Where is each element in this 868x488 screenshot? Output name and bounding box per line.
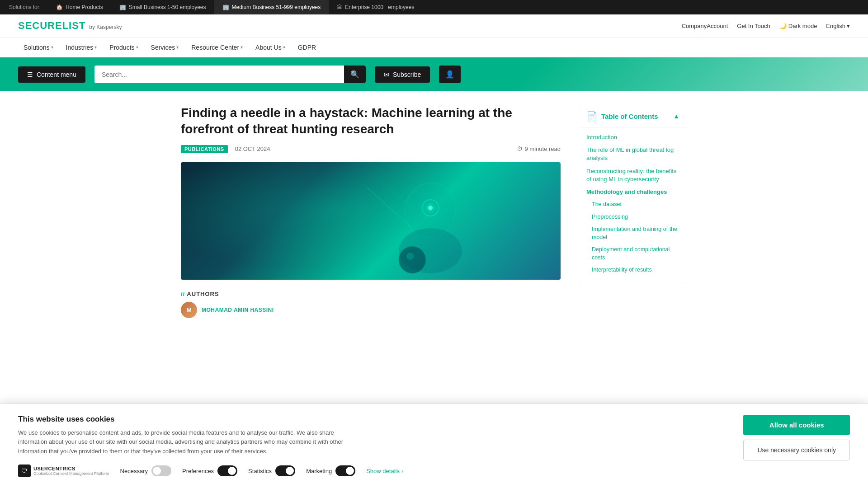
toc-header[interactable]: 📄 Table of Contents ▲ [579, 105, 687, 127]
chevron-services: ▾ [176, 45, 179, 50]
header-right: CompanyAccount Get In Touch 🌙 Dark mode … [682, 23, 850, 29]
logo-area[interactable]: SECURELIST by Kaspersky [18, 20, 122, 32]
topbar-home-products[interactable]: 🏠 Home Products [48, 0, 111, 14]
article-meta: PUBLICATIONS 02 OCT 2024 ⏱ 9 minute read [181, 145, 561, 153]
read-time: ⏱ 9 minute read [517, 145, 561, 152]
sidebar: 📄 Table of Contents ▲ Introduction The r… [579, 105, 687, 318]
building-icon-2: 🏢 [222, 4, 229, 10]
building-icon: 🏢 [119, 4, 126, 10]
header: SECURELIST by Kaspersky CompanyAccount G… [0, 14, 868, 38]
top-bar: Solutions for: 🏠 Home Products 🏢 Small B… [0, 0, 868, 14]
chevron-industries: ▾ [94, 45, 97, 50]
nav-resource-center[interactable]: Resource Center ▾ [186, 38, 248, 57]
user-button[interactable]: 👤 [439, 66, 461, 83]
toc-title-wrapper: 📄 Table of Contents [586, 111, 658, 122]
toc-item-interpretability[interactable]: Interpretability of results [586, 264, 679, 277]
toc-item-dataset[interactable]: The dataset [586, 198, 679, 211]
toc-box: 📄 Table of Contents ▲ Introduction The r… [579, 105, 687, 284]
get-in-touch-link[interactable]: Get In Touch [737, 23, 770, 29]
toc-title: Table of Contents [601, 113, 658, 120]
topbar-enterprise[interactable]: 🏛 Enterprise 1000+ employees [329, 0, 422, 14]
language-button[interactable]: English ▾ [826, 23, 850, 29]
authors-label: // AUTHORS [181, 291, 561, 297]
toc-item-introduction[interactable]: Introduction [586, 131, 679, 144]
content-menu-button[interactable]: ☰ Content menu [18, 66, 85, 83]
chevron-resource: ▾ [241, 45, 243, 50]
moon-icon: 🌙 [779, 23, 787, 29]
logo-text: SECURELIST [18, 20, 85, 32]
chevron-about: ▾ [283, 45, 285, 50]
chevron-solutions: ▾ [51, 45, 53, 50]
authors-section: // AUTHORS M MOHAMAD AMIN HASSINI [181, 291, 561, 318]
toc-icon: 📄 [586, 111, 598, 122]
nav-services[interactable]: Services ▾ [146, 38, 184, 57]
topbar-small-business[interactable]: 🏢 Small Business 1-50 employees [111, 0, 214, 14]
solutions-label: Solutions for: [9, 4, 41, 10]
search-button[interactable]: 🔍 [344, 66, 366, 83]
nav-about-us[interactable]: About Us ▾ [250, 38, 291, 57]
svg-point-10 [406, 253, 414, 260]
author-row: M MOHAMAD AMIN HASSINI [181, 302, 561, 318]
search-icon: 🔍 [350, 70, 359, 78]
nav-industries[interactable]: Industries ▾ [61, 38, 103, 57]
article-title: Finding a needle in a haystack: Machine … [181, 105, 561, 138]
mail-icon: ✉ [384, 71, 389, 78]
toc-item-preprocessing[interactable]: Preprocessing [586, 211, 679, 224]
search-input[interactable] [94, 66, 344, 83]
svg-point-3 [428, 206, 433, 210]
robot-illustration [358, 174, 485, 280]
nav-products[interactable]: Products ▾ [104, 38, 143, 57]
clock-icon: ⏱ [517, 145, 523, 152]
user-icon: 👤 [445, 70, 454, 78]
toc-item-role-ml[interactable]: The role of ML in global threat log anal… [586, 144, 679, 164]
nav-solutions[interactable]: Solutions ▾ [18, 38, 59, 57]
menu-icon: ☰ [27, 71, 33, 78]
article-date: 02 OCT 2024 [235, 145, 270, 152]
topbar-medium-business[interactable]: 🏢 Medium Business 51-999 employees [214, 0, 329, 14]
author-avatar: M [181, 302, 197, 318]
toc-item-methodology[interactable]: Methodology and challenges [586, 186, 679, 198]
company-account-link[interactable]: CompanyAccount [682, 23, 728, 29]
toc-chevron-icon: ▲ [673, 113, 679, 120]
svg-point-9 [399, 246, 426, 273]
logo-sub: by Kaspersky [89, 24, 122, 30]
dark-mode-button[interactable]: 🌙 Dark mode [779, 23, 817, 29]
article-image [181, 162, 561, 280]
search-wrapper: 🔍 [94, 66, 366, 83]
main-content: Finding a needle in a haystack: Machine … [163, 91, 705, 332]
toc-item-deployment[interactable]: Deployment and computational costs [586, 244, 679, 264]
main-nav: Solutions ▾ Industries ▾ Products ▾ Serv… [0, 38, 868, 57]
chevron-down-icon: ▾ [847, 23, 850, 29]
toc-item-reconstructing[interactable]: Reconstructing reality: the benefits of … [586, 165, 679, 186]
tag-publications: PUBLICATIONS [181, 145, 228, 153]
toc-item-implementation[interactable]: Implementation and training of the model [586, 223, 679, 244]
enterprise-icon: 🏛 [337, 4, 342, 10]
toc-body: Introduction The role of ML in global th… [579, 127, 687, 284]
subscribe-button[interactable]: ✉ Subscribe [375, 66, 430, 83]
nav-gdpr[interactable]: GDPR [292, 38, 321, 57]
chevron-products: ▾ [136, 45, 138, 50]
author-name: MOHAMAD AMIN HASSINI [202, 307, 274, 313]
article-area: Finding a needle in a haystack: Machine … [181, 105, 561, 318]
green-banner: ☰ Content menu 🔍 ✉ Subscribe 👤 [0, 57, 868, 91]
home-icon: 🏠 [56, 4, 63, 10]
